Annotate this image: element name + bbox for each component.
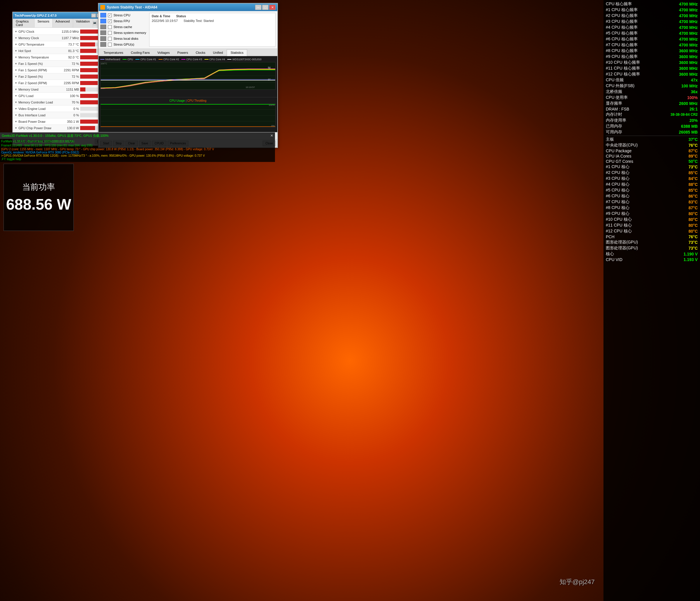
sidebar-row-core4: #4 CPU 核心 88°C <box>606 182 698 187</box>
gpuz-value-gpuload: 100 % <box>58 94 80 98</box>
sidebar-row-6: #6 CPU 核心频率 4700 MHz <box>606 36 698 42</box>
gpuz-row-busload: ▼ Bus Interface Load 0 % <box>13 112 108 119</box>
sidebar-value-9: 3600 MHz <box>679 54 698 59</box>
aida-close-btn[interactable]: ✕ <box>269 5 276 10</box>
furmark-close-btn[interactable]: ✕ <box>270 134 273 138</box>
aida-stress-fpu-row: ✓ Stress FPU <box>100 19 146 23</box>
aida-stress-fpu-checkbox[interactable]: ✓ <box>108 19 112 23</box>
aida-legend-core4: CPU Core #4 <box>204 58 225 61</box>
sidebar-value-cpuuse: 100% <box>687 95 698 100</box>
sidebar-value-nbmul: 36x <box>691 89 698 94</box>
aida-minimize-btn[interactable]: ─ <box>255 5 261 10</box>
gpuz-value-videoeng: 0 % <box>58 107 80 110</box>
gpuz-row-chippwr: ▼ GPU Chip Power Draw 130.0 W <box>13 125 108 131</box>
gpuz-value-fan1pct: 72 % <box>58 62 80 66</box>
sidebar-value-memuse: 20% <box>690 118 698 123</box>
aida-stress-cache-checkbox[interactable] <box>108 25 112 29</box>
aida-legend-color-core4 <box>204 59 208 60</box>
sidebar-label-core9: #9 CPU 核心 <box>606 211 629 216</box>
gpuz-row-memused: ▼ Memory Used 1151 MB <box>13 86 108 93</box>
gpuz-value-fan1rpm: 2291 RPM <box>58 69 80 72</box>
aida-stress-cpu-label: Stress CPU <box>114 14 130 17</box>
sidebar-row-core8: #8 CPU 核心 87°C <box>606 205 698 211</box>
aida-legend-core3: CPU Core #3 <box>181 58 202 61</box>
sidebar-value-core4: 88°C <box>689 182 698 187</box>
aida-stress-gpu-checkbox[interactable] <box>108 43 112 47</box>
sidebar-label-4: #4 CPU 核心频率 <box>606 25 638 30</box>
aida-temp-svg: 84 76 37 10:19:57 <box>101 62 275 89</box>
aida-cpu-chart-canvas: 100% 0% <box>100 103 276 127</box>
aida-legend-color-wds <box>227 59 231 60</box>
aida-tab-unified[interactable]: Unified <box>209 49 227 56</box>
sidebar-label-cpuuse: CPU 使用率 <box>606 95 628 100</box>
furmark-info: FurMark v1.38.6.0 - Burn-in test, 1920x1… <box>0 139 275 162</box>
sidebar-label-nbmul: 北桥倍频 <box>606 89 622 95</box>
gpuz-label-chippwr: ▼ GPU Chip Power Draw <box>13 126 58 130</box>
sidebar-row-7: #7 CPU 核心频率 4700 MHz <box>606 42 698 48</box>
aida-tab-clocks[interactable]: Clocks <box>192 49 209 56</box>
aida-legend-color-core3 <box>181 59 185 60</box>
aida-stress-fpu-label: Stress FPU <box>114 19 130 23</box>
aida-legend-cpu: CPU <box>123 58 133 61</box>
sidebar-value-1: 4700 MHz <box>679 8 698 12</box>
aida-tab-coolingfans[interactable]: Cooling Fans <box>127 49 154 56</box>
gpuz-value-fan2rpm: 2295 RPM <box>58 81 80 85</box>
gpuz-value-memused: 1151 MB <box>58 88 80 91</box>
gpuz-tab-graphicscard[interactable]: Graphics Card <box>13 19 34 27</box>
aida-legend-color-core2 <box>158 59 162 60</box>
sidebar-label-1: #1 CPU 核心频率 <box>606 7 638 12</box>
sidebar-row-memtiming: 内存计时 38-38-38-84 CR2 <box>606 112 698 117</box>
aida-tab-voltages[interactable]: Voltages <box>154 49 173 56</box>
gpuz-value-fan2pct: 72 % <box>58 75 80 78</box>
gpuz-minimize-btn[interactable]: ─ <box>91 14 96 18</box>
sidebar-value-gpu-temp2: 73°C <box>689 246 698 251</box>
aida-stress-disks-checkbox[interactable] <box>108 37 112 41</box>
gpuz-row-boardpwr: ▼ Board Power Draw 350.1 W <box>13 119 108 125</box>
gpuz-value-memctrl: 70 % <box>58 101 80 104</box>
gpuz-camera-icon[interactable]: 📷 <box>93 21 97 25</box>
sidebar-value-core3: 84°C <box>689 176 698 181</box>
gpuz-label-fan1pct: ▼ Fan 1 Speed (%) <box>13 62 58 66</box>
aida-stress-checks: ✓ Stress CPU ✓ Stress FPU Stress cache S… <box>100 13 146 47</box>
gpuz-tab-validation[interactable]: Validation <box>73 19 93 27</box>
aida-stress-sysmem-checkbox[interactable] <box>108 31 112 35</box>
gpuz-label-videoeng: ▼ Video Engine Load <box>13 107 58 110</box>
aida-tab-statistics[interactable]: Statistics <box>227 49 247 56</box>
sidebar-row-4: #4 CPU 核心频率 4700 MHz <box>606 25 698 30</box>
gpuz-tab-sensors[interactable]: Sensors <box>34 19 52 27</box>
sidebar-label-cpupkg: CPU Package <box>606 149 631 153</box>
sidebar-row-core7: #7 CPU 核心 83°C <box>606 199 698 205</box>
sidebar-value-core8: 87°C <box>689 206 698 210</box>
sidebar-row-core6: #6 CPU 核心 86°C <box>606 193 698 199</box>
aida-legend-color-core1 <box>135 59 140 60</box>
sidebar-row-vramfreq: 显存频率 2600 MHz <box>606 101 698 106</box>
aida-stress-cpu-checkbox[interactable]: ✓ <box>108 14 112 17</box>
sidebar-label-fsb: CPU 外频(FSB) <box>606 83 634 88</box>
aida-maximize-btn[interactable]: □ <box>262 5 269 10</box>
sidebar-value-dramfsb: 26:1 <box>690 107 698 111</box>
sidebar-row-cpugt: CPU GT Cores 50°C <box>606 159 698 164</box>
gpuz-label-memclock: ▼ Memory Clock <box>13 36 58 40</box>
aida-tab-temperatures[interactable]: Temperatures <box>100 49 127 56</box>
aida-legend-color-cpu <box>123 59 127 60</box>
sidebar-row-core11: #11 CPU 核心 80°C <box>606 223 698 228</box>
gpuz-tab-advanced[interactable]: Advanced <box>53 19 73 27</box>
gpuz-row-fan2pct: ▼ Fan 2 Speed (%) 72 % <box>13 73 108 80</box>
sidebar-value-11: 3600 MHz <box>679 66 698 71</box>
aida-legend-core2: CPU Core #2 <box>158 58 179 61</box>
sidebar-row-core12: #12 CPU 核心 80°C <box>606 228 698 234</box>
gpuz-label-memtemp: ▼ Memory Temperature <box>13 55 58 59</box>
gpuz-label-boardpwr: ▼ Board Power Draw <box>13 120 58 123</box>
aida-stress-cache-label: Stress cache <box>114 25 132 29</box>
sidebar-label-cpumul: CPU 倍频 <box>606 77 624 83</box>
sidebar-row-core5: #5 CPU 核心 85°C <box>606 187 698 193</box>
sidebar-row-1: #1 CPU 核心频率 4700 MHz <box>606 7 698 13</box>
sidebar-value-core5: 85°C <box>689 188 698 193</box>
sidebar-row-core-v: 核心 1.190 V <box>606 251 698 257</box>
aida-temp-chart: Motherboard CPU CPU Core #1 CPU Core #2 … <box>99 56 277 97</box>
aida-tab-powers[interactable]: Powers <box>173 49 192 56</box>
gpuz-row-memctrl: ▼ Memory Controller Load 70 % <box>13 99 108 106</box>
gpuz-label-busload: ▼ Bus Interface Load <box>13 113 58 117</box>
gpuz-arrow-gpuclock[interactable]: ▼ <box>15 30 17 33</box>
sidebar-label-core5: #5 CPU 核心 <box>606 188 629 193</box>
